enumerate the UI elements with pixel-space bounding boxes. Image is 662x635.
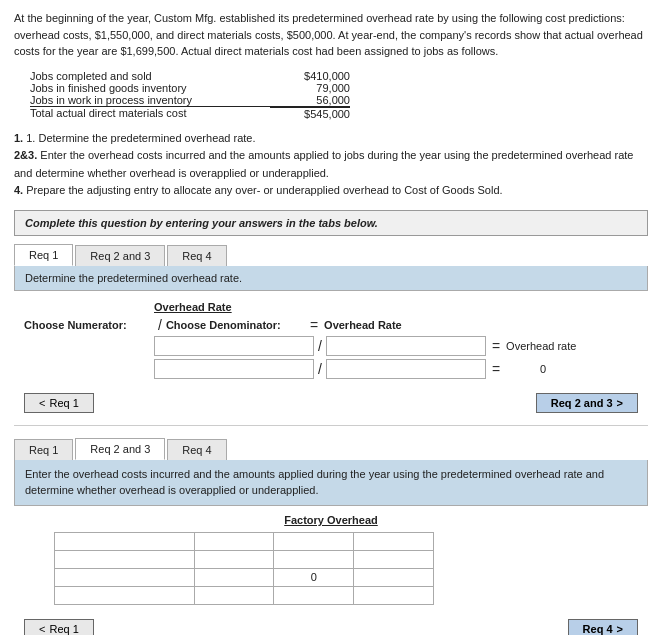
equals-icon-1: = (310, 317, 318, 333)
factory-cell-1-3[interactable] (274, 532, 354, 550)
denominator-input-2[interactable] (326, 359, 486, 379)
req2-section-header: Enter the overhead costs incurred and th… (14, 460, 648, 506)
tabs-section-2: Req 1 Req 2 and 3 Req 4 Enter the overhe… (14, 438, 648, 506)
overhead-rate-title: Overhead Rate (154, 301, 232, 313)
instruction-4: 4. Prepare the adjusting entry to alloca… (14, 182, 648, 200)
factory-cell-3-1[interactable] (55, 568, 195, 586)
cost-value-1: $410,000 (270, 70, 350, 82)
factory-row-4 (55, 586, 434, 604)
prev-btn-2[interactable]: < Req 1 (24, 619, 94, 635)
instructions: 1. 1. Determine the predetermined overhe… (14, 130, 648, 200)
factory-cell-1-2[interactable] (194, 532, 274, 550)
nav-buttons-2: < Req 1 Req 4 > (14, 619, 648, 635)
complete-box: Complete this question by entering your … (14, 210, 648, 236)
factory-cell-4-1[interactable] (55, 586, 195, 604)
cost-value-total: $545,000 (270, 107, 350, 120)
cost-label-total: Total actual direct materials cost (30, 107, 270, 120)
numerator-input-1[interactable] (154, 336, 314, 356)
factory-cell-2-4[interactable] (354, 550, 434, 568)
result-sublabel: Overhead rate (506, 340, 576, 352)
factory-row-2 (55, 550, 434, 568)
prev-arrow-icon-2: < (39, 623, 45, 635)
factory-cell-2-3[interactable] (274, 550, 354, 568)
cost-label-1: Jobs completed and sold (30, 70, 270, 82)
denominator-input-1[interactable] (326, 336, 486, 356)
factory-row-3: 0 (55, 568, 434, 586)
factory-cell-3-4[interactable] (354, 568, 434, 586)
tab-req4[interactable]: Req 4 (167, 245, 226, 266)
prev-btn-1-label: Req 1 (49, 397, 78, 409)
factory-row-1 (55, 532, 434, 550)
cost-row-2: Jobs in finished goods inventory 79,000 (30, 82, 350, 94)
numerator-label: Choose Numerator: (24, 319, 154, 331)
overhead-rate-section: Overhead Rate Choose Numerator: / Choose… (14, 301, 648, 379)
tab-req1[interactable]: Req 1 (14, 244, 73, 266)
divider-icon-3: / (318, 361, 322, 377)
factory-cell-2-1[interactable] (55, 550, 195, 568)
req1-section-header: Determine the predetermined overhead rat… (14, 266, 648, 291)
tab-req23[interactable]: Req 2 and 3 (75, 245, 165, 266)
next-arrow-icon-2: > (617, 623, 623, 635)
next-btn-1[interactable]: Req 2 and 3 > (536, 393, 638, 413)
cost-row-1: Jobs completed and sold $410,000 (30, 70, 350, 82)
factory-overhead-title: Factory Overhead (14, 514, 648, 526)
cost-value-2: 79,000 (270, 82, 350, 94)
factory-overhead-table: 0 (54, 532, 434, 605)
prev-btn-1[interactable]: < Req 1 (24, 393, 94, 413)
denominator-label: Choose Denominator: (166, 319, 296, 331)
instruction-23: 2&3. Enter the overhead costs incurred a… (14, 147, 648, 182)
tab-req4b[interactable]: Req 4 (167, 439, 226, 460)
factory-cell-4-2[interactable] (194, 586, 274, 604)
instruction-1: 1. 1. Determine the predetermined overhe… (14, 130, 648, 148)
equals-icon-2: = (492, 338, 500, 354)
equals-icon-3: = (492, 361, 500, 377)
numerator-input-2[interactable] (154, 359, 314, 379)
cost-table: Jobs completed and sold $410,000 Jobs in… (30, 70, 648, 120)
prev-btn-2-label: Req 1 (49, 623, 78, 635)
result-value: 0 (506, 363, 546, 375)
factory-overhead-section: Factory Overhead 0 (14, 514, 648, 605)
factory-cell-3-3[interactable]: 0 (274, 568, 354, 586)
factory-cell-4-3[interactable] (274, 586, 354, 604)
tab-req23b[interactable]: Req 2 and 3 (75, 438, 165, 460)
tab-req1b[interactable]: Req 1 (14, 439, 73, 460)
intro-text: At the beginning of the year, Custom Mfg… (14, 10, 648, 60)
factory-cell-2-2[interactable] (194, 550, 274, 568)
nav-buttons-1: < Req 1 Req 2 and 3 > (14, 393, 648, 413)
cost-row-3: Jobs in work in process inventory 56,000 (30, 94, 350, 106)
factory-cell-4-4[interactable] (354, 586, 434, 604)
next-btn-2-label: Req 4 (583, 623, 613, 635)
next-btn-2[interactable]: Req 4 > (568, 619, 638, 635)
cost-label-3: Jobs in work in process inventory (30, 94, 270, 106)
section-divider (14, 425, 648, 426)
factory-cell-3-2[interactable] (194, 568, 274, 586)
factory-cell-1-1[interactable] (55, 532, 195, 550)
prev-arrow-icon: < (39, 397, 45, 409)
divider-icon-1: / (158, 317, 162, 333)
result-label: Overhead Rate (324, 319, 402, 331)
factory-cell-1-4[interactable] (354, 532, 434, 550)
cost-row-total: Total actual direct materials cost $545,… (30, 106, 350, 120)
divider-icon-2: / (318, 338, 322, 354)
cost-label-2: Jobs in finished goods inventory (30, 82, 270, 94)
next-btn-1-label: Req 2 and 3 (551, 397, 613, 409)
cost-value-3: 56,000 (270, 94, 350, 106)
next-arrow-icon: > (617, 397, 623, 409)
tabs-row-2: Req 1 Req 2 and 3 Req 4 (14, 438, 648, 460)
tabs-section-1: Req 1 Req 2 and 3 Req 4 (14, 244, 648, 266)
